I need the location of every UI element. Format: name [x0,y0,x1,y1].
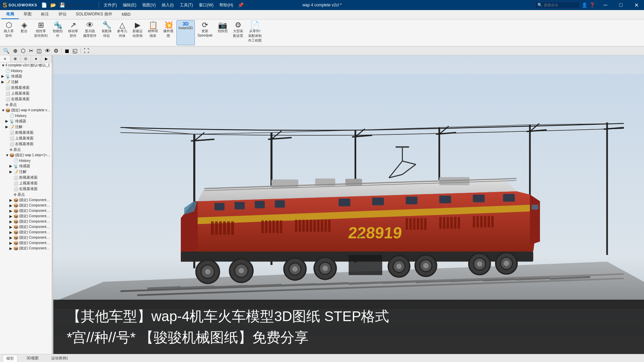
3d-viewport[interactable]: 228919 [53,55,644,354]
shadow-icon[interactable]: ◱ [71,47,78,54]
maximize-button[interactable]: □ [613,0,629,10]
menu-window[interactable]: 窗口(W) [196,2,216,9]
tree-item-comp3[interactable]: ▶ 📦 (固定) Component3.ste [0,208,52,214]
tree-item-l2-annotations[interactable]: ▶ 📝 注解 [0,169,52,175]
tab-annotation[interactable]: 标注 [36,10,54,19]
open-button[interactable]: 📂 [49,2,57,8]
tree-item-l1-right-plane[interactable]: ⬜ 右视基准面 [0,141,52,147]
status-tab-model[interactable]: 模型 [3,355,17,362]
tree-item-comp10[interactable]: ▶ 📦 (固定) Component10.s [0,240,52,246]
tree-item-right-plane[interactable]: ⬜ 右视基准面 [0,96,52,102]
tree-item-l1-top-plane[interactable]: ⬜ 上视基准面 [0,135,52,141]
svg-point-127 [477,261,482,267]
tab-sketch[interactable]: 草图 [19,10,36,19]
tree-item-l2-right-plane[interactable]: ⬜ 右视基准面 [0,186,52,192]
tree-item-comp2[interactable]: ▶ 📦 (固定) Component2.ste [0,203,52,208]
tree-item-l2-sensors[interactable]: ▶ 📡 传感器 [0,163,52,169]
view-maximize-icon[interactable]: ⛶ [83,48,90,54]
tree-item-comp1[interactable]: ▶ 📦 (固定) Component1.ste [0,197,52,203]
property-manager-tab[interactable]: ⊕ [10,55,21,62]
hide-show-icon[interactable]: 👁 [44,48,51,54]
view-orientation-icon[interactable]: ⬡ [20,47,26,54]
status-tab-motion[interactable]: 运动算例1 [48,355,72,362]
motion-study-button[interactable]: ▶ 新建运动算例 [130,20,145,45]
svg-rect-59 [261,221,264,233]
zoom-to-fit-icon[interactable]: 🔍 [2,47,11,54]
select-button[interactable]: ↖ [90,2,97,8]
close-button[interactable]: ✕ [629,0,644,10]
expand-tab[interactable]: ▶ [41,55,52,62]
tree-item-l2-top-plane[interactable]: ⬜ 上视基准面 [0,180,52,186]
menu-view[interactable]: 视图(V) [140,2,158,9]
tree-item-comp11[interactable]: ▶ 📦 (固定) Component11.s [0,246,52,251]
undo-button[interactable]: ↩ [75,2,82,8]
tree-item-history[interactable]: 🕐 History [0,68,52,73]
search-input[interactable] [544,3,577,7]
tree-root-item[interactable]: ▼ 4 complete v2cl (默认<默认_1 [0,63,52,68]
explode-button[interactable]: 💥 爆炸视图 [161,20,176,45]
tree-item-origin[interactable]: ✛ 原点 [0,102,52,108]
reference-geometry-button[interactable]: △ 参考几何体 [115,20,129,45]
svg-rect-63 [276,221,278,233]
tree-item-comp5[interactable]: ▶ 📦 (固定) Component5.ste [0,219,52,224]
tree-item-l1-annotations[interactable]: ▶ 📝 注解 [0,124,52,130]
config-manager-tab[interactable]: ⊙ [21,55,31,62]
tab-plugins[interactable]: SOLIDWORKS 插件 [71,10,117,19]
menu-help[interactable]: 帮助(H) [217,2,236,9]
render-mode-icon[interactable]: ◼ [64,47,70,54]
bom-button[interactable]: 📋 材料明细表 [146,20,160,45]
tree-item-l1-history[interactable]: 🕐 History [0,113,52,118]
insert-component-button[interactable]: ⬡ 插入零部件 [1,20,16,45]
svg-line-37 [530,123,624,125]
display-style-icon[interactable]: ◫ [36,47,43,54]
menu-insert[interactable]: 插入(I) [159,2,176,9]
minimize-button[interactable]: ─ [598,0,613,10]
menu-file[interactable]: 文件(F) [101,2,119,9]
snapshot-button[interactable]: 📷 拍快照 [215,20,230,45]
view-settings-icon[interactable]: ⚙ [53,47,59,54]
tree-item-l1-origin[interactable]: ✛ 原点 [0,147,52,153]
tree-item-comp6[interactable]: ▶ 📦 (固定) Component6.ste [0,224,52,230]
tree-item-l1-sensors[interactable]: ▶ 📡 传感器 [0,118,52,124]
tab-mbd[interactable]: MBD [117,11,136,19]
update-speedpak-button[interactable]: ⟳ 更新Speedpak [196,20,215,45]
tab-evaluate[interactable]: 评估 [54,10,71,19]
redo-button[interactable]: ↪ [83,2,89,8]
zoom-in-icon[interactable]: ⊕ [12,47,18,54]
instant3d-button[interactable]: 3D Instant3D [176,20,195,45]
mate-button[interactable]: ◈ 配合 [17,20,32,45]
tree-item-comp4[interactable]: ▶ 📦 (固定) Component4.ste [0,214,52,219]
tree-item-l2-origin[interactable]: ✛ 原点 [0,192,52,197]
tree-item-top-plane[interactable]: ⬜ 上视基准面 [0,90,52,96]
save-button[interactable]: 💾 [58,2,66,8]
feature-manager-tab[interactable]: ≡ [0,55,10,62]
tree-item-sensors[interactable]: ▶ 📡 传感器 [0,73,52,79]
move-component-button[interactable]: ↗ 移动零部件 [66,20,80,45]
tree-item-l2-front-plane[interactable]: ⬜ 前视基准面 [0,175,52,180]
menu-tools[interactable]: 工具(T) [177,2,196,9]
pattern-button[interactable]: ⊞ 线性零部件阵列 [32,20,50,45]
print-button[interactable]: 🖨 [67,2,74,8]
show-hide-button[interactable]: 👁 显示隐藏零部件 [81,20,99,45]
tree-item-comp7[interactable]: ▶ 📦 (固定) Component7.ste [0,230,52,235]
section-view-icon[interactable]: ✂ [28,47,34,54]
tree-item-l2-history[interactable]: 🕐 History [0,158,52,163]
pin-button[interactable]: 📌 [236,2,245,8]
make-drawing-button[interactable]: 📄 从零件/装配体制作工程图 [246,20,264,45]
tree-item-annotations[interactable]: ▶ 📝 注解 [0,79,52,85]
smart-fasteners-button[interactable]: 🔩 智能扣件 [50,20,65,45]
tree-item-front-plane[interactable]: ⬜ 前视基准面 [0,85,52,90]
tree-item-l1-wap1[interactable]: ▼ 📦 (固定) wap 1.step<1> (默认... [0,153,52,158]
svg-line-14 [550,277,590,279]
dim-expert-tab[interactable]: ● [31,55,41,62]
tree-item-l1-front-plane[interactable]: ⬜ 前视基准面 [0,130,52,135]
svg-rect-0 [53,74,644,335]
tab-layout[interactable]: 布局 [1,10,19,19]
assembly-feature-button[interactable]: 🔧 装配体特征 [99,20,114,45]
status-tab-3dview[interactable]: 3D视图 [23,355,42,362]
tree-item-comp8[interactable]: ▶ 📦 (固定) Component8.ste [0,235,52,240]
tree-item-fixed-assembly[interactable]: ▼ 📦 (固定) wap 4 complete v2cl.ste [0,108,52,113]
menu-edit[interactable]: 编辑(E) [120,2,139,9]
new-button[interactable]: 📄 [40,2,48,8]
large-assembly-button[interactable]: ⚙ 大型装配设置 [231,20,246,45]
